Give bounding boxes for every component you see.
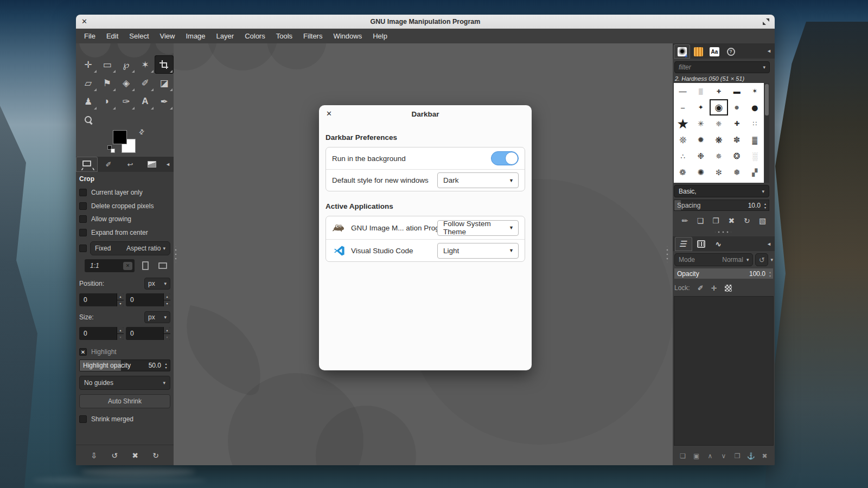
- size-unit-dropdown[interactable]: px ▾: [144, 311, 170, 323]
- brush-grid[interactable]: — ▒ ✚ ▬ ✶ – ✦ ◉ ● ● ★ ✳ ❈ ✚ ∷ ❊ ✹ ❋ ✽ ▓ …: [674, 83, 764, 183]
- lock-pixels-icon[interactable]: ✐: [698, 284, 704, 292]
- spin-down-icon[interactable]: ▾: [762, 206, 768, 209]
- brush-item[interactable]: ✽: [728, 132, 746, 148]
- brush-item[interactable]: ▓: [746, 132, 764, 148]
- free-select-tool-button[interactable]: ℘: [117, 55, 136, 74]
- menu-item[interactable]: Colors: [240, 30, 270, 42]
- brush-item[interactable]: ❅: [728, 164, 746, 181]
- portrait-orientation-button[interactable]: [139, 259, 152, 273]
- brush-grid-scrollbar[interactable]: [764, 83, 769, 183]
- run-in-background-toggle[interactable]: [491, 151, 519, 165]
- dock-resize-handle[interactable]: [715, 231, 731, 233]
- checkbox[interactable]: [79, 215, 87, 223]
- restore-tool-preset-button[interactable]: ↺: [108, 449, 121, 462]
- menu-item[interactable]: Layer: [212, 30, 239, 42]
- brush-group-dropdown[interactable]: Basic, ▾: [674, 185, 769, 197]
- reset-tool-options-button[interactable]: ↻: [149, 449, 162, 462]
- position-unit-dropdown[interactable]: px ▾: [144, 278, 170, 290]
- duplicate-layer-button[interactable]: ❐: [732, 451, 743, 461]
- guides-dropdown[interactable]: No guides ▾: [79, 376, 170, 390]
- menu-item[interactable]: Windows: [328, 30, 367, 42]
- brush-item[interactable]: ⁂: [674, 181, 692, 183]
- brush-item[interactable]: ▬: [728, 83, 746, 99]
- move-tool-button[interactable]: ✛: [79, 55, 98, 74]
- spin-up-icon[interactable]: ▴: [762, 202, 768, 206]
- spin-up-icon[interactable]: ▴: [117, 293, 124, 300]
- new-brush-button[interactable]: ❏: [694, 214, 707, 227]
- zoom-tool-button[interactable]: [79, 111, 98, 129]
- reset-mode-button[interactable]: ↺: [755, 253, 768, 266]
- vscode-theme-select[interactable]: Light ▼: [437, 243, 519, 259]
- brush-item[interactable]: ❉: [692, 148, 710, 164]
- airbrush-tool-button[interactable]: ✑: [117, 92, 136, 111]
- aspect-ratio-input[interactable]: 1:1 ✕: [85, 259, 135, 272]
- checkbox[interactable]: [79, 229, 87, 236]
- brush-item[interactable]: ✺: [692, 164, 710, 181]
- refresh-brushes-button[interactable]: ↻: [741, 214, 754, 227]
- anchor-layer-button[interactable]: ⚓: [745, 451, 756, 461]
- brush-item[interactable]: ❊: [674, 132, 692, 148]
- brush-item[interactable]: ✳: [692, 115, 710, 132]
- window-expand-icon[interactable]: [763, 18, 769, 25]
- spin-up-icon[interactable]: ▴: [164, 293, 170, 300]
- tab-fonts[interactable]: Aa: [706, 44, 723, 59]
- option-current-layer-only[interactable]: Current layer only: [79, 186, 170, 200]
- tab-brushes[interactable]: [674, 44, 690, 59]
- text-tool-button[interactable]: A: [136, 92, 155, 111]
- tab-patterns[interactable]: [690, 44, 706, 59]
- menu-item[interactable]: Help: [368, 30, 392, 42]
- spin-down-icon[interactable]: ▾: [767, 274, 773, 278]
- tab-undo-history[interactable]: ↩: [119, 157, 141, 172]
- spin-up-icon[interactable]: ▴: [767, 270, 773, 274]
- option-highlight[interactable]: ✕ Highlight: [79, 345, 170, 358]
- tab-device-status[interactable]: ✐: [98, 157, 119, 172]
- raise-layer-button[interactable]: ∧: [705, 451, 716, 461]
- fixed-checkbox[interactable]: [79, 245, 87, 252]
- window-close-icon[interactable]: ✕: [81, 18, 87, 25]
- duplicate-brush-button[interactable]: ❐: [710, 214, 723, 227]
- tab-tool-options[interactable]: [76, 157, 98, 172]
- new-layer-button[interactable]: ❏: [678, 451, 688, 461]
- delete-tool-preset-button[interactable]: ✖: [129, 449, 142, 462]
- edit-brush-button[interactable]: ✏: [678, 214, 691, 227]
- brush-item[interactable]: ✻: [710, 181, 727, 183]
- brush-item[interactable]: ▒: [692, 83, 710, 99]
- brush-item[interactable]: ❇: [710, 164, 727, 181]
- bucket-fill-tool-button[interactable]: ◈: [117, 74, 136, 92]
- brush-filter-input[interactable]: filter ▾: [674, 61, 770, 73]
- dock-menu-arrow-icon[interactable]: ◄: [767, 241, 771, 247]
- tab-help[interactable]: ?: [723, 44, 739, 59]
- open-brush-as-image-button[interactable]: ▧: [756, 214, 769, 227]
- new-layer-group-button[interactable]: ▣: [691, 451, 702, 461]
- delete-brush-button[interactable]: ✖: [725, 214, 738, 227]
- highlight-opacity-slider[interactable]: Highlight opacity 50.0 ▴▾: [79, 359, 170, 371]
- brush-item[interactable]: ●: [728, 99, 746, 115]
- brush-item[interactable]: ◉: [710, 99, 727, 115]
- lock-position-icon[interactable]: ✛: [711, 284, 717, 292]
- clear-input-icon[interactable]: ✕: [123, 262, 132, 270]
- foreground-color-swatch[interactable]: [113, 130, 127, 144]
- checkbox[interactable]: [79, 189, 87, 196]
- delete-layer-button[interactable]: ✖: [759, 451, 770, 461]
- brush-item[interactable]: ✶: [746, 83, 764, 99]
- dock-menu-arrow-icon[interactable]: ◄: [767, 48, 771, 54]
- fixed-dropdown[interactable]: Fixed Aspect ratio ▾: [90, 241, 170, 255]
- brush-item[interactable]: ░: [746, 148, 764, 164]
- brush-item[interactable]: ∷: [746, 115, 764, 132]
- option-delete-cropped-pixels[interactable]: Delete cropped pixels: [79, 200, 170, 213]
- menu-item[interactable]: Tools: [271, 30, 297, 42]
- gimp-theme-select[interactable]: Follow System Theme ▼: [437, 220, 519, 236]
- brush-item[interactable]: ❂: [728, 148, 746, 164]
- position-y-spinner[interactable]: 0 ▴▾: [126, 293, 170, 306]
- eraser-tool-button[interactable]: ◪: [155, 74, 174, 92]
- scrollbar-thumb[interactable]: [765, 84, 769, 115]
- menu-item[interactable]: Select: [124, 30, 154, 42]
- clone-tool-button[interactable]: ♟: [79, 92, 98, 111]
- warp-tool-button[interactable]: ⚑: [98, 74, 117, 92]
- spin-up-icon[interactable]: ▴: [163, 362, 169, 365]
- menu-item[interactable]: Filters: [298, 30, 327, 42]
- default-colors-icon[interactable]: [107, 145, 115, 153]
- brush-item[interactable]: ▞: [746, 164, 764, 181]
- spin-down-icon[interactable]: ▾: [164, 300, 170, 307]
- spin-down-icon[interactable]: ▾: [163, 365, 169, 369]
